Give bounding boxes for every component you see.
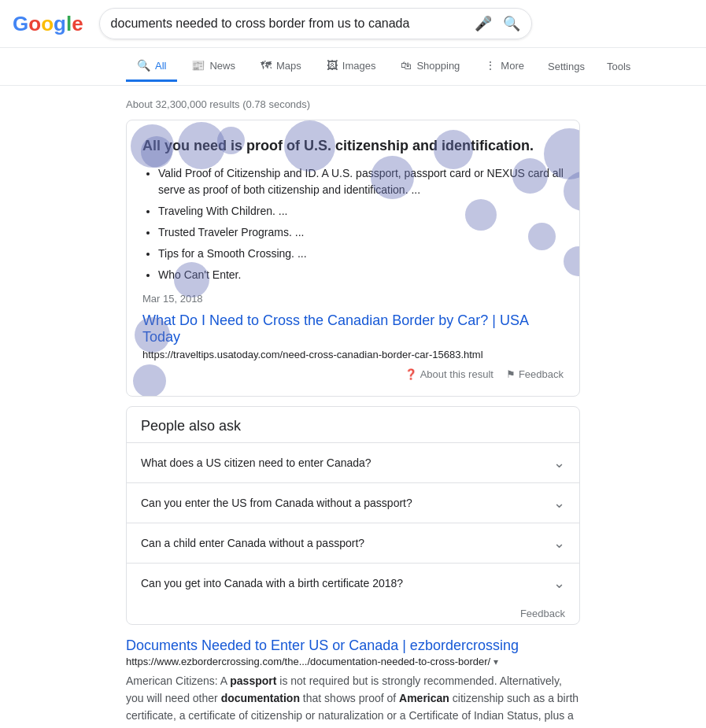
- tab-maps-label: Maps: [276, 60, 301, 72]
- chevron-down-icon-3: ⌄: [553, 575, 565, 592]
- more-icon: ⋮: [485, 59, 496, 72]
- result-link-title[interactable]: What Do I Need to Cross the Canadian Bor…: [142, 312, 564, 346]
- all-icon: 🔍: [137, 59, 150, 72]
- organic-result: Documents Needed to Enter US or Canada |…: [126, 637, 580, 728]
- result-snippet-bold: All you need is proof of U.S. citizenshi…: [142, 136, 564, 156]
- maps-icon: 🗺: [261, 59, 272, 72]
- logo-g2: g: [54, 12, 66, 35]
- nav-tabs: 🔍 All 📰 News 🗺 Maps 🖼 Images 🛍 Shopping …: [0, 48, 706, 86]
- search-bar[interactable]: 🎤 🔍: [99, 8, 532, 39]
- snippet-american: American: [399, 692, 449, 704]
- snippet-passport: passport: [230, 674, 276, 687]
- organic-snippet: American Citizens: A passport is not req…: [126, 672, 580, 728]
- snippet-text-1: American Citizens: A: [126, 674, 230, 687]
- logo-e: e: [72, 12, 83, 35]
- organic-result-url: https://www.ezbordercrossing.com/the.../…: [126, 656, 490, 667]
- list-item: Traveling With Children. ...: [158, 203, 564, 220]
- result-stats: About 32,300,000 results (0.78 seconds): [126, 92, 580, 120]
- paa-item-text-3: Can you get into Canada with a birth cer…: [141, 577, 403, 589]
- news-icon: 📰: [191, 59, 205, 72]
- images-icon: 🖼: [327, 59, 338, 72]
- list-item: Valid Proof of Citizenship and ID. A U.S…: [158, 165, 564, 198]
- tab-news[interactable]: 📰 News: [180, 51, 246, 82]
- tab-all[interactable]: 🔍 All: [126, 51, 177, 82]
- tab-maps[interactable]: 🗺 Maps: [250, 51, 312, 82]
- result-url: https://traveltips.usatoday.com/need-cro…: [142, 349, 564, 360]
- search-icons: 🎤 🔍: [475, 15, 520, 32]
- organic-result-title[interactable]: Documents Needed to Enter US or Canada |…: [126, 637, 580, 654]
- list-item: Trusted Traveler Programs. ...: [158, 224, 564, 241]
- tab-news-label: News: [209, 60, 235, 72]
- tab-all-label: All: [155, 60, 166, 72]
- chevron-down-icon-0: ⌄: [553, 454, 565, 471]
- dropdown-arrow-icon[interactable]: ▾: [493, 656, 498, 667]
- list-item: Tips for a Smooth Crossing. ...: [158, 246, 564, 262]
- feedback-label: Feedback: [519, 368, 564, 380]
- header: Google 🎤 🔍: [0, 0, 706, 48]
- paa-feedback[interactable]: Feedback: [127, 603, 579, 624]
- paa-title: People also ask: [127, 407, 579, 442]
- result-list: Valid Proof of Citizenship and ID. A U.S…: [158, 165, 564, 283]
- shopping-icon: 🛍: [401, 59, 412, 72]
- logo-o2: o: [41, 12, 54, 35]
- paa-item-1[interactable]: Can you enter the US from Canada without…: [127, 482, 579, 523]
- chevron-down-icon-2: ⌄: [553, 534, 565, 552]
- paa-item-text-1: Can you enter the US from Canada without…: [141, 497, 412, 509]
- organic-url-line: https://www.ezbordercrossing.com/the.../…: [126, 656, 580, 667]
- snippet-documentation: documentation: [221, 692, 300, 704]
- tab-images-label: Images: [342, 60, 376, 72]
- tab-more-label: More: [501, 60, 524, 72]
- result-date: Mar 15, 2018: [142, 293, 564, 305]
- tab-images[interactable]: 🖼 Images: [316, 51, 387, 82]
- paa-item-3[interactable]: Can you get into Canada with a birth cer…: [127, 563, 579, 603]
- google-logo[interactable]: Google: [13, 12, 83, 36]
- people-also-ask-box: People also ask What does a US citizen n…: [126, 406, 580, 625]
- tools-button[interactable]: Tools: [597, 54, 640, 79]
- flag-icon: ⚑: [506, 368, 516, 380]
- tab-more[interactable]: ⋮ More: [474, 51, 535, 82]
- nav-right: Settings Tools: [538, 54, 640, 79]
- chevron-down-icon-1: ⌄: [553, 494, 565, 512]
- eye-tracking-circle: [564, 246, 580, 276]
- search-input[interactable]: [111, 17, 475, 31]
- paa-item-text-2: Can a child enter Canada without a passp…: [141, 537, 364, 549]
- snippet-text-3: that shows proof of: [300, 692, 399, 704]
- paa-item-text-0: What does a US citizen need to enter Can…: [141, 456, 371, 469]
- about-result-label: About this result: [420, 368, 493, 380]
- result-card: All you need is proof of U.S. citizenshi…: [126, 120, 580, 397]
- info-icon: ❓: [405, 368, 417, 380]
- tab-shopping-label: Shopping: [416, 60, 460, 72]
- list-item: Who Can't Enter.: [158, 267, 564, 283]
- paa-item-0[interactable]: What does a US citizen need to enter Can…: [127, 442, 579, 482]
- main-content: About 32,300,000 results (0.78 seconds) …: [0, 86, 706, 728]
- about-result-button[interactable]: ❓ About this result: [405, 368, 493, 380]
- logo-g: G: [13, 12, 28, 35]
- tab-shopping[interactable]: 🛍 Shopping: [390, 51, 471, 82]
- settings-button[interactable]: Settings: [538, 54, 594, 79]
- logo-o1: o: [28, 12, 41, 35]
- eye-tracking-circle: [564, 172, 580, 211]
- result-actions: ❓ About this result ⚑ Feedback: [142, 360, 564, 380]
- microphone-icon[interactable]: 🎤: [475, 15, 492, 32]
- paa-item-2[interactable]: Can a child enter Canada without a passp…: [127, 523, 579, 563]
- feedback-button[interactable]: ⚑ Feedback: [506, 368, 564, 380]
- search-button[interactable]: 🔍: [503, 15, 520, 32]
